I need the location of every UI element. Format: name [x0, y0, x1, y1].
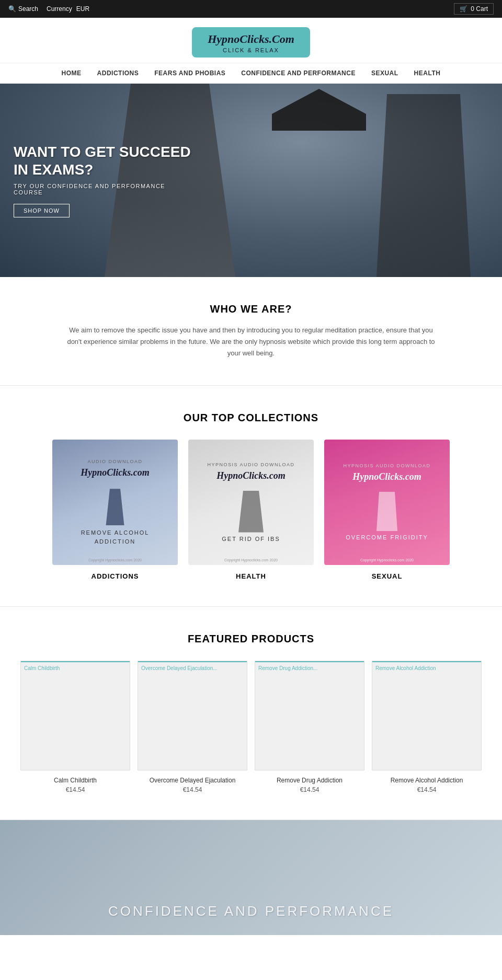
- collection-health[interactable]: HYPNOSIS AUDIO DOWNLOAD HypnoClicks.com …: [188, 440, 314, 580]
- product-alcohol-addiction[interactable]: Remove Alcohol Addiction Remove Alcohol …: [372, 661, 482, 793]
- hero-cta-button[interactable]: sHOP Now: [14, 204, 70, 217]
- health-label: HEALTH: [236, 572, 266, 580]
- who-title: WHO WE ARE?: [63, 303, 439, 315]
- logo-brand: HypnoClicks.Com: [208, 32, 294, 46]
- health-card-label: HYPNOSIS AUDIO DOWNLOAD: [207, 462, 294, 467]
- hero-content: WANT TO GET SUCCEED IN EXAMS? TRY OUR CO…: [14, 84, 191, 277]
- product-alcohol-price: €14.54: [372, 786, 482, 793]
- product-drug-price: €14.54: [255, 786, 364, 793]
- product-drug-img: Remove Drug Addiction...: [255, 661, 364, 770]
- nav-sexual[interactable]: SEXUAL: [371, 70, 398, 77]
- collection-addictions[interactable]: AUDIO DOWNLOAD HypnoClicks.com REMOVE AL…: [52, 440, 178, 580]
- addictions-card-label: AUDIO DOWNLOAD: [87, 459, 142, 464]
- product-calm-tag: Calm Childbirth: [21, 661, 130, 671]
- products-grid: Calm Childbirth Calm Childbirth €14.54 O…: [16, 661, 486, 793]
- search-button[interactable]: 🔍 Search: [8, 5, 38, 13]
- hero-section: WANT TO GET SUCCEED IN EXAMS? TRY OUR CO…: [0, 84, 502, 277]
- product-delayed-name: Overcome Delayed Ejaculation: [138, 777, 247, 784]
- cart-icon: 🛒: [460, 5, 467, 13]
- nav-confidence[interactable]: CONFIDENCE AND PERFORMANCE: [241, 70, 356, 77]
- cart-button[interactable]: 🛒 0 Cart: [454, 3, 494, 15]
- product-calm-img: Calm Childbirth: [20, 661, 130, 770]
- product-delayed-img: Overcome Delayed Ejaculation...: [138, 661, 247, 770]
- search-label: Search: [18, 5, 38, 13]
- logo-section: HypnoClicks.Com CLICK & RELAX: [0, 18, 502, 63]
- hero-title: WANT TO GET SUCCEED IN EXAMS?: [14, 143, 191, 178]
- sexual-copyright: Copyright Hypnoclicks.com 2020: [324, 558, 450, 562]
- health-figure: [235, 491, 267, 533]
- nav-health[interactable]: HEALTH: [414, 70, 441, 77]
- collections-title: OUR TOP COLLECTIONS: [16, 412, 486, 424]
- sexual-card-label: HYPNOSIS AUDIO DOWNLOAD: [343, 463, 430, 468]
- product-alcohol-img: Remove Alcohol Addiction: [372, 661, 482, 770]
- nav-home[interactable]: HOME: [62, 70, 82, 77]
- who-we-are-section: WHO WE ARE? We aim to remove the specifi…: [0, 277, 502, 386]
- addictions-copyright: Copyright Hypnoclicks.com 2020: [52, 558, 178, 562]
- top-bar: 🔍 Search Currency EUR 🛒 0 Cart: [0, 0, 502, 18]
- sexual-figure: [374, 492, 400, 531]
- addictions-product: REMOVE ALCOHOLADDICTION: [81, 528, 150, 546]
- product-delayed-ejaculation[interactable]: Overcome Delayed Ejaculation... Overcome…: [138, 661, 247, 793]
- collections-section: OUR TOP COLLECTIONS AUDIO DOWNLOAD Hypno…: [0, 386, 502, 607]
- product-delayed-price: €14.54: [138, 786, 247, 793]
- product-drug-tag: Remove Drug Addiction...: [255, 661, 364, 671]
- sexual-brand: HypnoClicks.com: [352, 471, 421, 482]
- featured-section: FEATURED PRODUCTS Calm Childbirth Calm C…: [0, 607, 502, 820]
- search-icon: 🔍: [8, 5, 16, 13]
- health-copyright: Copyright Hypnoclicks.com 2020: [188, 558, 314, 562]
- health-product: GET RID OF IBS: [222, 535, 280, 544]
- collections-grid: AUDIO DOWNLOAD HypnoClicks.com REMOVE AL…: [16, 440, 486, 580]
- featured-title: FEATURED PRODUCTS: [16, 633, 486, 645]
- hero-figure-right: [371, 94, 476, 277]
- product-calm-name: Calm Childbirth: [20, 777, 130, 784]
- main-nav: HOME ADDICTIONS FEARS AND PHOBIAS CONFID…: [0, 63, 502, 84]
- addictions-label: ADDICTIONS: [92, 572, 139, 580]
- product-drug-name: Remove Drug Addiction: [255, 777, 364, 784]
- addictions-figure: [102, 489, 128, 525]
- collection-sexual-img: HYPNOSIS AUDIO DOWNLOAD HypnoClicks.com …: [324, 440, 450, 565]
- cart-count: 0 Cart: [471, 5, 488, 13]
- collection-health-img: HYPNOSIS AUDIO DOWNLOAD HypnoClicks.com …: [188, 440, 314, 565]
- footer-banner-text: CONFIDENCE AND PERFORMANCE: [108, 903, 394, 919]
- hero-subtitle: TRY OUR CONFIDENCE AND PERFORMANCE COURS…: [14, 183, 191, 195]
- product-calm-childbirth[interactable]: Calm Childbirth Calm Childbirth €14.54: [20, 661, 130, 793]
- currency-value: EUR: [76, 5, 89, 13]
- product-alcohol-name: Remove Alcohol Addiction: [372, 777, 482, 784]
- product-calm-price: €14.54: [20, 786, 130, 793]
- collection-sexual[interactable]: HYPNOSIS AUDIO DOWNLOAD HypnoClicks.com …: [324, 440, 450, 580]
- addictions-brand: HypnoClicks.com: [81, 467, 150, 478]
- product-delayed-tag: Overcome Delayed Ejaculation...: [138, 661, 247, 671]
- collection-addictions-img: AUDIO DOWNLOAD HypnoClicks.com REMOVE AL…: [52, 440, 178, 565]
- health-brand: HypnoClicks.com: [216, 470, 286, 481]
- nav-addictions[interactable]: ADDICTIONS: [97, 70, 139, 77]
- nav-fears[interactable]: FEARS AND PHOBIAS: [154, 70, 225, 77]
- logo-tagline: CLICK & RELAX: [208, 47, 294, 53]
- who-text: We aim to remove the specific issue you …: [63, 325, 439, 359]
- product-drug-addiction[interactable]: Remove Drug Addiction... Remove Drug Add…: [255, 661, 364, 793]
- footer-banner: CONFIDENCE AND PERFORMANCE: [0, 820, 502, 935]
- currency-selector[interactable]: Currency EUR: [47, 5, 89, 13]
- sexual-product: OVERCOME FRIGIDITY: [346, 533, 428, 542]
- product-alcohol-tag: Remove Alcohol Addiction: [372, 661, 481, 671]
- sexual-label: SEXUAL: [372, 572, 403, 580]
- logo-box[interactable]: HypnoClicks.Com CLICK & RELAX: [192, 27, 310, 57]
- currency-label: Currency: [47, 5, 72, 13]
- top-bar-left: 🔍 Search Currency EUR: [8, 5, 89, 13]
